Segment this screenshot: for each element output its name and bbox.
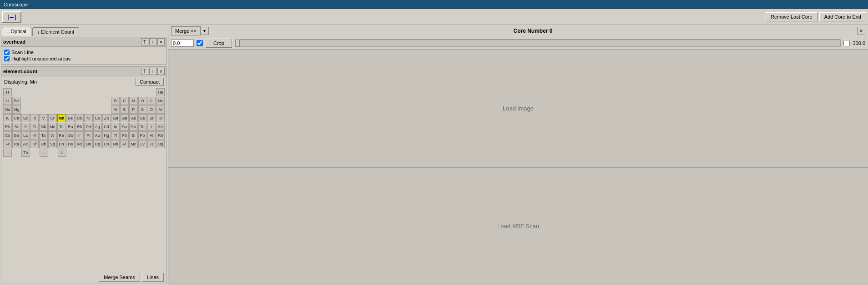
element-Br[interactable]: Br xyxy=(147,114,156,122)
element-C[interactable]: C xyxy=(120,97,129,105)
element-Li[interactable]: Li xyxy=(3,97,12,105)
element-Th[interactable]: Th xyxy=(21,149,30,157)
element-Bh[interactable]: Bh xyxy=(57,140,66,148)
element-Pd[interactable]: Pd xyxy=(84,123,93,131)
element-V[interactable]: V xyxy=(39,114,48,122)
element-Cl[interactable]: Cl xyxy=(147,105,156,114)
element-Cu[interactable]: Cu xyxy=(93,114,102,122)
element-Au[interactable]: Au xyxy=(93,131,102,140)
element-count-pin-btn[interactable]: T xyxy=(141,68,148,75)
element-Mg[interactable]: Mg xyxy=(12,105,21,114)
element-As[interactable]: As xyxy=(129,114,138,122)
merge-dropdown-button[interactable]: ▼ xyxy=(201,27,209,35)
element-Ir[interactable]: Ir xyxy=(75,131,84,140)
element-K[interactable]: K xyxy=(3,114,12,122)
scan-line-checkbox[interactable] xyxy=(4,50,10,55)
lines-button[interactable]: Lines xyxy=(142,273,164,282)
element-Cr[interactable]: Cr xyxy=(48,114,57,122)
overhead-pin-btn[interactable]: T xyxy=(141,38,148,45)
element-I[interactable]: I xyxy=(147,123,156,131)
element-Nb[interactable]: Nb xyxy=(39,123,48,131)
element-W[interactable]: W xyxy=(48,131,57,140)
element-Bi[interactable]: Bi xyxy=(129,131,138,140)
element-Zr[interactable]: Zr xyxy=(30,123,39,131)
element-Os[interactable]: Os xyxy=(66,131,75,140)
element-Sc[interactable]: Sc xyxy=(21,114,30,122)
remove-last-core-button[interactable]: Remove Last Core xyxy=(766,12,818,21)
element-Ar[interactable]: Ar xyxy=(156,105,165,114)
element-Ru[interactable]: Ru xyxy=(66,123,75,131)
end-value-checkbox[interactable] xyxy=(843,40,850,46)
element-At[interactable]: At xyxy=(147,131,156,140)
element-Al[interactable]: Al xyxy=(111,105,120,114)
element-Lv[interactable]: Lv xyxy=(138,140,147,148)
element-Mn[interactable]: Mn xyxy=(57,114,66,122)
compact-button[interactable]: Compact xyxy=(136,78,164,86)
element-Sr[interactable]: Sr xyxy=(12,123,21,131)
element-Zn[interactable]: Zn xyxy=(102,114,111,122)
element-Db[interactable]: Db xyxy=(39,140,48,148)
element-Na[interactable]: Na xyxy=(3,105,12,114)
element-Ds[interactable]: Ds xyxy=(84,140,93,148)
tab-optical[interactable]: ↓ Optical xyxy=(2,27,31,36)
merge-seams-button[interactable]: Merge Seams xyxy=(99,273,140,282)
element-Mt[interactable]: Mt xyxy=(75,140,84,148)
element-Ca[interactable]: Ca xyxy=(12,114,21,122)
element-Cn[interactable]: Cn xyxy=(102,140,111,148)
element-dots1[interactable]: .. xyxy=(3,149,12,157)
start-value-input[interactable] xyxy=(171,40,194,47)
element-Fl[interactable]: Fl xyxy=(120,140,129,148)
element-O[interactable]: O xyxy=(138,97,147,105)
element-F[interactable]: F xyxy=(147,97,156,105)
range-slider[interactable] xyxy=(235,40,841,47)
overhead-info-btn[interactable]: i xyxy=(149,38,156,45)
element-dots2[interactable]: .. xyxy=(40,149,48,157)
element-Y[interactable]: Y xyxy=(21,123,30,131)
element-Te[interactable]: Te xyxy=(138,123,147,131)
element-Tc[interactable]: Tc xyxy=(57,123,66,131)
tab-element-count[interactable]: ↓ Element Count xyxy=(32,27,79,36)
element-Ge[interactable]: Ge xyxy=(120,114,129,122)
element-Si[interactable]: Si xyxy=(120,105,129,114)
close-core-button[interactable]: × xyxy=(857,27,865,35)
element-Ne[interactable]: Ne xyxy=(156,97,165,105)
load-image-area[interactable]: Load image xyxy=(168,50,868,168)
element-Ts[interactable]: Ts xyxy=(147,140,156,148)
element-Ac[interactable]: Ac xyxy=(21,140,30,148)
start-value-checkbox[interactable] xyxy=(197,40,203,46)
element-Kr[interactable]: Kr xyxy=(156,114,165,122)
element-count-info-btn[interactable]: i xyxy=(149,68,156,75)
element-Ra[interactable]: Ra xyxy=(12,140,21,148)
element-Xe[interactable]: Xe xyxy=(156,123,165,131)
load-xrf-area[interactable]: Load XRF Scan xyxy=(168,168,868,285)
element-Mo[interactable]: Mo xyxy=(48,123,57,131)
ruler-button[interactable]: |—| xyxy=(2,11,21,23)
element-Cd[interactable]: Cd xyxy=(102,123,111,131)
element-Nh[interactable]: Nh xyxy=(111,140,120,148)
add-core-to-end-button[interactable]: Add Core to End xyxy=(819,12,866,21)
element-Cs[interactable]: Cs xyxy=(3,131,12,140)
element-Pb[interactable]: Pb xyxy=(120,131,129,140)
element-Hs[interactable]: Hs xyxy=(66,140,75,148)
element-Po[interactable]: Po xyxy=(138,131,147,140)
element-Rf[interactable]: Rf xyxy=(30,140,39,148)
element-Rh[interactable]: Rh xyxy=(75,123,84,131)
element-Co[interactable]: Co xyxy=(75,114,84,122)
element-Ba[interactable]: Ba xyxy=(12,131,21,140)
element-Fe[interactable]: Fe xyxy=(66,114,75,122)
element-Ta[interactable]: Ta xyxy=(39,131,48,140)
element-count-close-btn[interactable]: × xyxy=(157,68,165,75)
element-Se[interactable]: Se xyxy=(138,114,147,122)
element-P[interactable]: P xyxy=(129,105,138,114)
merge-button[interactable]: Merge << xyxy=(171,26,201,35)
element-Mc[interactable]: Mc xyxy=(129,140,138,148)
crop-button[interactable]: Crop xyxy=(206,39,232,48)
element-Tl[interactable]: Tl xyxy=(111,131,120,140)
element-Sg[interactable]: Sg xyxy=(48,140,57,148)
element-H[interactable]: H xyxy=(3,88,12,96)
element-N[interactable]: N xyxy=(129,97,138,105)
element-Og[interactable]: Og xyxy=(156,140,165,148)
element-U[interactable]: U xyxy=(58,149,66,157)
element-Rg[interactable]: Rg xyxy=(93,140,102,148)
element-La[interactable]: La xyxy=(21,131,30,140)
